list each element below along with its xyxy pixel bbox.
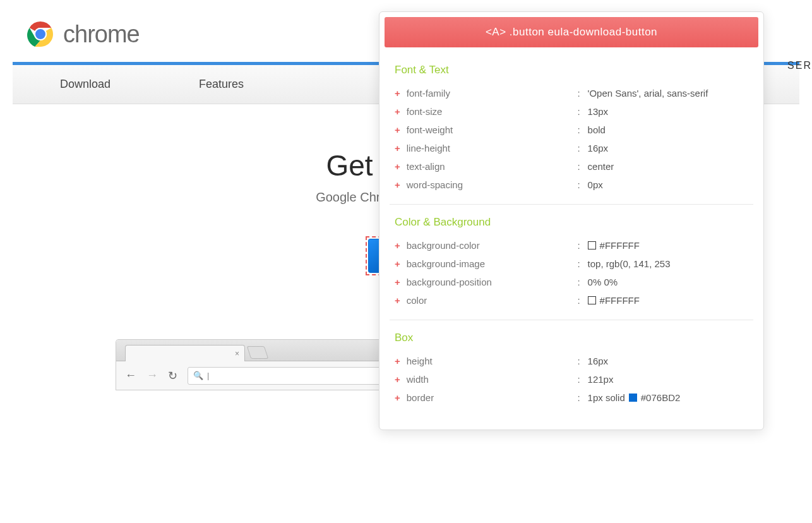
inspector-section-title: Color & Background: [395, 216, 748, 229]
inspector-section-title: Box: [395, 332, 748, 344]
property-value: :top, rgb(0, 141, 253: [577, 258, 748, 269]
inspector-section: Font & Text+font-family:'Open Sans', ari…: [379, 52, 763, 204]
property-name: word-spacing: [407, 179, 578, 190]
property-name: border: [407, 392, 578, 403]
chrome-icon: [25, 19, 56, 49]
plus-icon: +: [395, 124, 400, 135]
property-name: text-align: [407, 161, 578, 172]
plus-icon: +: [395, 392, 400, 403]
plus-icon: +: [395, 258, 400, 269]
property-name: font-family: [407, 88, 578, 99]
partial-text-right: SER: [787, 60, 812, 71]
property-name: background-position: [407, 277, 578, 287]
color-swatch-icon: [588, 296, 596, 304]
inspector-section: Color & Background+background-color:#FFF…: [390, 204, 753, 320]
inspector-property-row[interactable]: +height:16px: [395, 352, 748, 370]
property-value: :1px solid#076BD2: [577, 392, 748, 403]
inspector-property-row[interactable]: +border:1px solid#076BD2: [395, 388, 748, 407]
property-name: line-height: [407, 143, 578, 153]
property-name: font-weight: [407, 124, 578, 135]
search-icon: 🔍: [193, 371, 203, 380]
property-name: background-color: [407, 240, 578, 251]
inspector-section: Box+height:16px+width:121px+border:1px s…: [390, 320, 753, 417]
inspector-property-row[interactable]: +background-image:top, rgb(0, 141, 253: [395, 255, 748, 273]
color-swatch-icon: [629, 394, 637, 402]
property-name: height: [407, 356, 578, 366]
browser-tab[interactable]: ×: [125, 345, 245, 361]
close-icon[interactable]: ×: [235, 349, 239, 358]
inspector-property-row[interactable]: +background-position:0% 0%: [395, 273, 748, 291]
inspector-section-title: Font & Text: [395, 64, 748, 76]
property-value: :center: [577, 161, 748, 172]
property-name: width: [407, 374, 578, 385]
inspector-property-row[interactable]: +font-weight:bold: [395, 121, 748, 139]
inspector-property-row[interactable]: +word-spacing:0px: [395, 176, 748, 194]
inspector-property-row[interactable]: +text-align:center: [395, 157, 748, 176]
plus-icon: +: [395, 374, 400, 385]
plus-icon: +: [395, 179, 400, 190]
cursor-icon: |: [207, 371, 209, 380]
property-value: :16px: [577, 143, 748, 153]
inspector-property-row[interactable]: +width:121px: [395, 370, 748, 388]
property-value: :16px: [577, 356, 748, 366]
property-value: :#FFFFFF: [577, 240, 748, 251]
property-value: :121px: [577, 374, 748, 385]
plus-icon: +: [395, 356, 400, 366]
nav-features[interactable]: Features: [148, 65, 282, 104]
color-swatch-icon: [588, 241, 596, 249]
property-name: background-image: [407, 258, 578, 269]
plus-icon: +: [395, 277, 400, 287]
forward-icon[interactable]: →: [146, 369, 158, 382]
inspector-property-row[interactable]: +font-size:13px: [395, 102, 748, 121]
inspector-property-row[interactable]: +font-family:'Open Sans', arial, sans-se…: [395, 84, 748, 102]
property-name: font-size: [407, 106, 578, 117]
reload-icon[interactable]: ↻: [168, 369, 177, 383]
logo-text: chrome: [63, 21, 140, 48]
plus-icon: +: [395, 88, 400, 99]
plus-icon: +: [395, 161, 400, 172]
property-value: :0px: [577, 179, 748, 190]
plus-icon: +: [395, 143, 400, 153]
logo[interactable]: chrome: [25, 19, 140, 49]
inspector-selector: <A> .button eula-download-button: [385, 17, 758, 47]
inspector-property-row[interactable]: +line-height:16px: [395, 139, 748, 157]
new-tab-button[interactable]: [247, 346, 268, 359]
property-value: :'Open Sans', arial, sans-serif: [577, 88, 748, 99]
property-name: color: [407, 295, 578, 306]
plus-icon: +: [395, 106, 400, 117]
property-value: :#FFFFFF: [577, 295, 748, 306]
css-inspector-panel: <A> .button eula-download-button Font & …: [379, 11, 764, 430]
plus-icon: +: [395, 240, 400, 251]
plus-icon: +: [395, 295, 400, 306]
property-value: :13px: [577, 106, 748, 117]
inspector-property-row[interactable]: +background-color:#FFFFFF: [395, 236, 748, 255]
property-value: :bold: [577, 124, 748, 135]
back-icon[interactable]: ←: [125, 369, 136, 382]
inspector-property-row[interactable]: +color:#FFFFFF: [395, 291, 748, 310]
property-value: :0% 0%: [577, 277, 748, 287]
nav-download[interactable]: Download: [13, 65, 148, 104]
